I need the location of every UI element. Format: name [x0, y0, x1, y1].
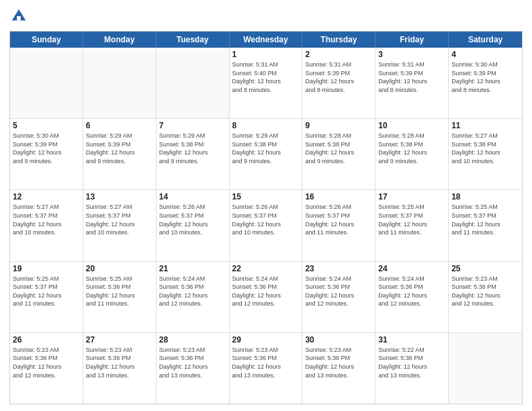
day-info: Sunrise: 5:30 AM Sunset: 5:39 PM Dayligh… — [451, 60, 519, 94]
day-cell: 30Sunrise: 5:23 AM Sunset: 5:36 PM Dayli… — [302, 333, 375, 404]
day-number: 2 — [305, 50, 372, 59]
day-header-wednesday: Wednesday — [230, 32, 303, 48]
day-number: 29 — [232, 335, 300, 345]
day-header-thursday: Thursday — [302, 32, 375, 48]
day-number: 5 — [13, 121, 80, 130]
day-cell: 13Sunrise: 5:27 AM Sunset: 5:37 PM Dayli… — [83, 190, 157, 261]
day-cell: 20Sunrise: 5:25 AM Sunset: 5:36 PM Dayli… — [83, 262, 157, 332]
day-number: 26 — [13, 335, 80, 345]
week-row-1: 1Sunrise: 5:31 AM Sunset: 5:40 PM Daylig… — [10, 48, 522, 119]
day-cell: 22Sunrise: 5:24 AM Sunset: 5:36 PM Dayli… — [230, 262, 303, 332]
day-cell: 21Sunrise: 5:24 AM Sunset: 5:36 PM Dayli… — [157, 262, 230, 332]
day-number: 8 — [232, 121, 300, 130]
day-cell — [10, 48, 83, 118]
day-info: Sunrise: 5:23 AM Sunset: 5:36 PM Dayligh… — [13, 346, 80, 379]
day-number: 22 — [232, 264, 300, 273]
day-number: 11 — [451, 121, 519, 130]
day-info: Sunrise: 5:30 AM Sunset: 5:39 PM Dayligh… — [13, 132, 80, 165]
day-cell: 9Sunrise: 5:28 AM Sunset: 5:38 PM Daylig… — [302, 119, 375, 189]
logo — [9, 7, 31, 26]
day-info: Sunrise: 5:22 AM Sunset: 5:36 PM Dayligh… — [378, 346, 445, 379]
day-cell: 8Sunrise: 5:29 AM Sunset: 5:38 PM Daylig… — [230, 119, 303, 189]
day-number: 25 — [451, 264, 519, 273]
day-cell: 7Sunrise: 5:29 AM Sunset: 5:38 PM Daylig… — [157, 119, 230, 189]
day-info: Sunrise: 5:24 AM Sunset: 5:36 PM Dayligh… — [159, 275, 226, 308]
day-cell: 11Sunrise: 5:27 AM Sunset: 5:38 PM Dayli… — [449, 119, 522, 189]
day-info: Sunrise: 5:29 AM Sunset: 5:38 PM Dayligh… — [232, 132, 300, 165]
day-info: Sunrise: 5:28 AM Sunset: 5:38 PM Dayligh… — [378, 132, 445, 165]
day-info: Sunrise: 5:24 AM Sunset: 5:36 PM Dayligh… — [232, 275, 300, 308]
page: SundayMondayTuesdayWednesdayThursdayFrid… — [0, 0, 532, 411]
day-cell: 12Sunrise: 5:27 AM Sunset: 5:37 PM Dayli… — [10, 190, 83, 261]
day-cell: 25Sunrise: 5:23 AM Sunset: 5:36 PM Dayli… — [449, 262, 522, 332]
day-number: 4 — [451, 50, 519, 59]
day-number: 14 — [159, 192, 226, 201]
day-info: Sunrise: 5:31 AM Sunset: 5:39 PM Dayligh… — [378, 60, 445, 94]
day-cell: 31Sunrise: 5:22 AM Sunset: 5:36 PM Dayli… — [375, 333, 449, 404]
day-info: Sunrise: 5:23 AM Sunset: 5:36 PM Dayligh… — [305, 346, 372, 379]
day-info: Sunrise: 5:26 AM Sunset: 5:37 PM Dayligh… — [159, 203, 226, 236]
day-info: Sunrise: 5:25 AM Sunset: 5:37 PM Dayligh… — [378, 203, 445, 236]
day-number: 9 — [305, 121, 372, 130]
day-info: Sunrise: 5:25 AM Sunset: 5:36 PM Dayligh… — [86, 275, 153, 308]
day-number: 28 — [159, 335, 226, 345]
day-header-sunday: Sunday — [10, 32, 83, 48]
day-cell: 10Sunrise: 5:28 AM Sunset: 5:38 PM Dayli… — [375, 119, 449, 189]
day-number: 21 — [159, 264, 226, 273]
day-info: Sunrise: 5:23 AM Sunset: 5:36 PM Dayligh… — [86, 346, 153, 379]
day-header-monday: Monday — [83, 32, 157, 48]
day-cell: 6Sunrise: 5:29 AM Sunset: 5:39 PM Daylig… — [83, 119, 157, 189]
day-cell: 28Sunrise: 5:23 AM Sunset: 5:36 PM Dayli… — [157, 333, 230, 404]
day-number: 13 — [86, 192, 153, 201]
day-cell — [449, 333, 522, 404]
logo-icon — [9, 7, 28, 26]
day-number: 12 — [13, 192, 80, 201]
day-cell: 4Sunrise: 5:30 AM Sunset: 5:39 PM Daylig… — [449, 48, 522, 118]
day-info: Sunrise: 5:26 AM Sunset: 5:37 PM Dayligh… — [305, 203, 372, 236]
day-cell: 24Sunrise: 5:24 AM Sunset: 5:36 PM Dayli… — [375, 262, 449, 332]
day-number: 27 — [86, 335, 153, 345]
day-number: 20 — [86, 264, 153, 273]
day-info: Sunrise: 5:31 AM Sunset: 5:39 PM Dayligh… — [305, 60, 372, 94]
day-header-tuesday: Tuesday — [157, 32, 230, 48]
day-info: Sunrise: 5:27 AM Sunset: 5:38 PM Dayligh… — [451, 132, 519, 165]
day-number: 10 — [378, 121, 445, 130]
week-row-2: 5Sunrise: 5:30 AM Sunset: 5:39 PM Daylig… — [10, 119, 522, 190]
week-row-5: 26Sunrise: 5:23 AM Sunset: 5:36 PM Dayli… — [10, 333, 522, 404]
day-info: Sunrise: 5:24 AM Sunset: 5:36 PM Dayligh… — [305, 275, 372, 308]
day-info: Sunrise: 5:27 AM Sunset: 5:37 PM Dayligh… — [86, 203, 153, 236]
day-header-saturday: Saturday — [449, 32, 522, 48]
week-row-3: 12Sunrise: 5:27 AM Sunset: 5:37 PM Dayli… — [10, 190, 522, 261]
day-info: Sunrise: 5:23 AM Sunset: 5:36 PM Dayligh… — [451, 275, 519, 308]
day-cell: 14Sunrise: 5:26 AM Sunset: 5:37 PM Dayli… — [157, 190, 230, 261]
day-cell: 29Sunrise: 5:23 AM Sunset: 5:36 PM Dayli… — [230, 333, 303, 404]
calendar: SundayMondayTuesdayWednesdayThursdayFrid… — [9, 31, 523, 404]
week-row-4: 19Sunrise: 5:25 AM Sunset: 5:37 PM Dayli… — [10, 262, 522, 333]
day-cell: 1Sunrise: 5:31 AM Sunset: 5:40 PM Daylig… — [230, 48, 303, 118]
day-number: 17 — [378, 192, 445, 201]
day-info: Sunrise: 5:28 AM Sunset: 5:38 PM Dayligh… — [305, 132, 372, 165]
day-cell: 16Sunrise: 5:26 AM Sunset: 5:37 PM Dayli… — [302, 190, 375, 261]
day-cell: 2Sunrise: 5:31 AM Sunset: 5:39 PM Daylig… — [302, 48, 375, 118]
day-info: Sunrise: 5:25 AM Sunset: 5:37 PM Dayligh… — [451, 203, 519, 236]
day-cell — [83, 48, 157, 118]
day-number: 3 — [378, 50, 445, 59]
day-headers: SundayMondayTuesdayWednesdayThursdayFrid… — [10, 32, 522, 48]
day-info: Sunrise: 5:31 AM Sunset: 5:40 PM Dayligh… — [232, 60, 300, 94]
day-number: 6 — [86, 121, 153, 130]
day-info: Sunrise: 5:23 AM Sunset: 5:36 PM Dayligh… — [232, 346, 300, 379]
day-cell: 27Sunrise: 5:23 AM Sunset: 5:36 PM Dayli… — [83, 333, 157, 404]
day-number: 1 — [232, 50, 300, 59]
day-cell: 3Sunrise: 5:31 AM Sunset: 5:39 PM Daylig… — [375, 48, 449, 118]
day-info: Sunrise: 5:24 AM Sunset: 5:36 PM Dayligh… — [378, 275, 445, 308]
day-number: 23 — [305, 264, 372, 273]
day-number: 16 — [305, 192, 372, 201]
day-cell: 23Sunrise: 5:24 AM Sunset: 5:36 PM Dayli… — [302, 262, 375, 332]
day-cell: 26Sunrise: 5:23 AM Sunset: 5:36 PM Dayli… — [10, 333, 83, 404]
calendar-body: 1Sunrise: 5:31 AM Sunset: 5:40 PM Daylig… — [10, 48, 522, 404]
day-info: Sunrise: 5:29 AM Sunset: 5:38 PM Dayligh… — [159, 132, 226, 165]
day-number: 19 — [13, 264, 80, 273]
day-cell: 5Sunrise: 5:30 AM Sunset: 5:39 PM Daylig… — [10, 119, 83, 189]
day-info: Sunrise: 5:29 AM Sunset: 5:39 PM Dayligh… — [86, 132, 153, 165]
day-number: 31 — [378, 335, 445, 345]
